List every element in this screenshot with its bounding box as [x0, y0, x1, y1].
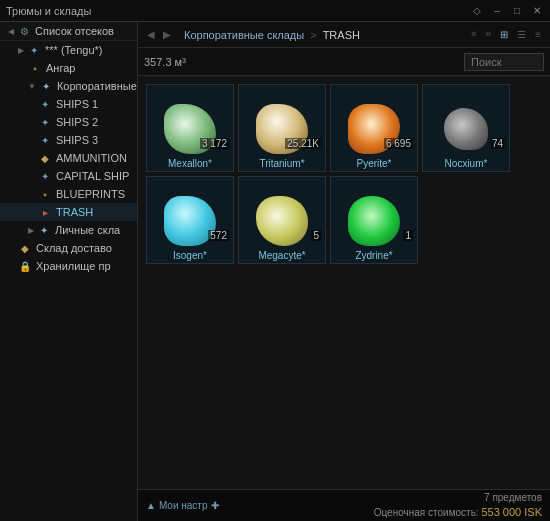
sidebar-section-label: Список отсеков: [35, 25, 114, 37]
personal-chevron: ▶: [28, 226, 34, 235]
maximize-button[interactable]: □: [510, 4, 524, 18]
sidebar-item-trash[interactable]: ▸ TRASH: [0, 203, 137, 221]
window-title: Трюмы и склады: [6, 5, 91, 17]
item-cell-mexallon[interactable]: 3 172Mexallon*: [146, 84, 234, 172]
minimize-button[interactable]: –: [490, 4, 504, 18]
main-layout: ◀ ⚙ Список отсеков ▶ ✦ *** (Tengu*) ▪ Ан…: [0, 22, 550, 521]
item-qty-tritanium: 25.21K: [285, 138, 321, 149]
sidebar-item-corp[interactable]: ▼ ✦ Корпоративные: [0, 77, 137, 95]
estimated-cost-value: 553 000 ISK: [481, 506, 542, 518]
item-cell-pyerite[interactable]: 6 695Pyerite*: [330, 84, 418, 172]
breadcrumb-back-button[interactable]: ◀: [144, 28, 158, 41]
sidebar-item-label: Личные скла: [55, 224, 120, 236]
view-detail-button[interactable]: ≡: [532, 27, 544, 42]
ship-icon: ✦: [27, 43, 41, 57]
view-grid-button[interactable]: ⊞: [497, 27, 511, 42]
sidebar-item-blueprints[interactable]: ▪ BLUEPRINTS: [0, 185, 137, 203]
zydrine-icon: [348, 196, 400, 246]
close-button[interactable]: ✕: [530, 4, 544, 18]
sidebar-item-label: BLUEPRINTS: [56, 188, 125, 200]
item-cell-megacyte[interactable]: 5Megacyte*: [238, 176, 326, 264]
breadcrumb-bar: ◀ ▶ Корпоративные склады > TRASH « » ⊞ ☰…: [138, 22, 550, 48]
sidebar-item-ships1[interactable]: ✦ SHIPS 1: [0, 95, 137, 113]
item-count: 7 предметов: [374, 491, 542, 505]
search-input[interactable]: [464, 53, 544, 71]
item-cell-zydrine[interactable]: 1Zydrine*: [330, 176, 418, 264]
nav-next-button[interactable]: »: [483, 27, 495, 42]
item-icon-tritanium: [250, 100, 314, 158]
status-bar: ▲ Мои настр ✚ 7 предметов Оценочная стои…: [138, 489, 550, 521]
sidebar-item-label: SHIPS 2: [56, 116, 98, 128]
blueprints-icon: ▪: [38, 187, 52, 201]
breadcrumb-forward-button[interactable]: ▶: [160, 28, 174, 41]
sidebar-item-label: SHIPS 1: [56, 98, 98, 110]
item-icon-pyerite: [342, 100, 406, 158]
corp-icon: ✦: [39, 79, 53, 93]
sidebar-item-label: Ангар: [46, 62, 75, 74]
sidebar-item-label: Корпоративные: [57, 80, 137, 92]
sidebar-item-label: CAPITAL SHIP: [56, 170, 129, 182]
item-name-tritanium: Tritanium*: [239, 158, 325, 169]
section-chevron: ◀: [8, 27, 14, 36]
delivery-icon: ◆: [18, 241, 32, 255]
megacyte-icon: [256, 196, 308, 246]
view-mode-controls: « » ⊞ ☰ ≡: [468, 27, 544, 42]
sidebar-item-label: Склад доставо: [36, 242, 112, 254]
view-list-button[interactable]: ☰: [514, 27, 529, 42]
sidebar-item-personal[interactable]: ▶ ✦ Личные скла: [0, 221, 137, 239]
settings-button[interactable]: ▲ Мои настр ✚: [146, 500, 219, 511]
item-name-mexallon: Mexallon*: [147, 158, 233, 169]
settings-label: Мои настр: [159, 500, 208, 511]
hangar-icon: ▪: [28, 61, 42, 75]
status-right: 7 предметов Оценочная стоимость: 553 000…: [374, 491, 542, 520]
item-qty-pyerite: 6 695: [384, 138, 413, 149]
item-name-pyerite: Pyerite*: [331, 158, 417, 169]
trash-icon: ▸: [38, 205, 52, 219]
breadcrumb-current: TRASH: [323, 29, 360, 41]
nav-prev-button[interactable]: «: [468, 27, 480, 42]
breadcrumb-nav: ◀ ▶: [144, 28, 174, 41]
item-cell-tritanium[interactable]: 25.21KTritanium*: [238, 84, 326, 172]
breadcrumb-parent[interactable]: Корпоративные склады: [184, 29, 304, 41]
item-name-nocxium: Nocxium*: [423, 158, 509, 169]
status-left: ▲ Мои настр ✚: [146, 500, 219, 511]
items-grid: 3 172Mexallon*25.21KTritanium*6 695Pyeri…: [138, 76, 550, 489]
sidebar-item-label: Хранилище пр: [36, 260, 111, 272]
sidebar-item-tengu[interactable]: ▶ ✦ *** (Tengu*): [0, 41, 137, 59]
item-cell-nocxium[interactable]: 74Nocxium*: [422, 84, 510, 172]
ships2-icon: ✦: [38, 115, 52, 129]
item-name-megacyte: Megacyte*: [239, 250, 325, 261]
item-cell-isogen[interactable]: 572Isogen*: [146, 176, 234, 264]
item-icon-megacyte: [250, 192, 314, 250]
corp-chevron: ▼: [28, 82, 36, 91]
capital-icon: ✦: [38, 169, 52, 183]
settings-icon: ▲: [146, 500, 156, 511]
sidebar-item-ships3[interactable]: ✦ SHIPS 3: [0, 131, 137, 149]
sidebar-item-impound[interactable]: 🔒 Хранилище пр: [0, 257, 137, 275]
sidebar-section-header[interactable]: ◀ ⚙ Список отсеков: [0, 22, 137, 41]
impound-icon: 🔒: [18, 259, 32, 273]
pin-button[interactable]: ◇: [470, 4, 484, 18]
item-icon-isogen: [158, 192, 222, 250]
title-bar: Трюмы и склады ◇ – □ ✕: [0, 0, 550, 22]
item-name-zydrine: Zydrine*: [331, 250, 417, 261]
item-qty-isogen: 572: [208, 230, 229, 241]
sidebar-item-label: *** (Tengu*): [45, 44, 102, 56]
sidebar-item-hangar[interactable]: ▪ Ангар: [0, 59, 137, 77]
toolbar-right: [464, 53, 544, 71]
settings-icon: ⚙: [17, 24, 31, 38]
toolbar: 357.3 м³: [138, 48, 550, 76]
item-qty-megacyte: 5: [311, 230, 321, 241]
personal-icon: ✦: [37, 223, 51, 237]
ships3-icon: ✦: [38, 133, 52, 147]
sidebar-item-ammunition[interactable]: ◆ AMMUNITION: [0, 149, 137, 167]
item-qty-zydrine: 1: [403, 230, 413, 241]
sidebar-item-delivery[interactable]: ◆ Склад доставо: [0, 239, 137, 257]
item-icon-mexallon: [158, 100, 222, 158]
sidebar-item-ships2[interactable]: ✦ SHIPS 2: [0, 113, 137, 131]
sidebar-item-capitalships[interactable]: ✦ CAPITAL SHIP: [0, 167, 137, 185]
window-controls: ◇ – □ ✕: [470, 4, 544, 18]
add-icon: ✚: [211, 500, 219, 511]
volume-info: 357.3 м³: [144, 56, 186, 68]
ammo-icon: ◆: [38, 151, 52, 165]
